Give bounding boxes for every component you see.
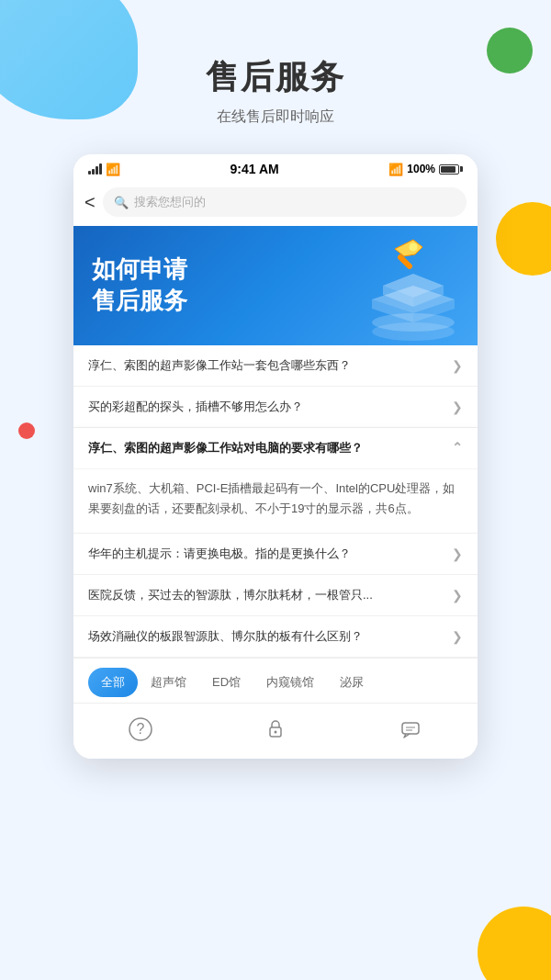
banner-text: 如何申请 售后服务 bbox=[92, 254, 187, 317]
faq-item-3[interactable]: 华年的主机提示：请更换电极。指的是更换什么？ ❯ bbox=[73, 534, 478, 575]
tab-ultrasound[interactable]: 超声馆 bbox=[138, 668, 199, 697]
tab-ed[interactable]: ED馆 bbox=[199, 668, 253, 697]
bg-decoration-dot bbox=[18, 422, 35, 439]
bg-decoration-br bbox=[478, 907, 551, 980]
battery-icon bbox=[439, 164, 463, 175]
status-left: 📶 bbox=[88, 163, 120, 176]
faq-item-1-text: 淳仁、索图的超声影像工作站一套包含哪些东西？ bbox=[88, 357, 444, 374]
banner-title-line2: 售后服务 bbox=[92, 286, 187, 317]
faq-item-4[interactable]: 医院反馈，买过去的智源肽，博尔肽耗材，一根管只... ❯ bbox=[73, 575, 478, 616]
tab-urology[interactable]: 泌尿 bbox=[327, 668, 377, 697]
faq-expanded-answer: win7系统、大机箱、PCI-E插槽最起码有一个、Intel的CPU处理器，如果… bbox=[73, 469, 478, 532]
bottom-nav: ? bbox=[73, 703, 478, 759]
banner-decoration bbox=[363, 235, 464, 345]
search-placeholder: 搜索您想问的 bbox=[134, 194, 206, 210]
tabs-scroll: 全部 超声馆 ED馆 内窥镜馆 泌尿 bbox=[73, 668, 478, 697]
faq-item-3-text: 华年的主机提示：请更换电极。指的是更换什么？ bbox=[88, 546, 444, 562]
chevron-up-icon: ⌃ bbox=[452, 440, 463, 455]
faq-item-2-text: 买的彩超配的探头，插槽不够用怎么办？ bbox=[88, 399, 444, 415]
back-button[interactable]: < bbox=[84, 192, 96, 213]
page-header: 售后服务 在线售后即时响应 bbox=[0, 0, 551, 154]
svg-rect-14 bbox=[402, 723, 419, 734]
category-tabs: 全部 超声馆 ED馆 内窥镜馆 泌尿 bbox=[73, 658, 478, 703]
faq-chevron-3: ❯ bbox=[452, 546, 463, 561]
tab-endoscope[interactable]: 内窥镜馆 bbox=[253, 668, 327, 697]
faq-chevron-4: ❯ bbox=[452, 588, 463, 603]
nav-security[interactable] bbox=[259, 713, 292, 746]
page-subtitle: 在线售后即时响应 bbox=[0, 107, 551, 127]
faq-chevron-5: ❯ bbox=[452, 629, 463, 644]
status-bar: 📶 9:41 AM 📶 100% bbox=[73, 154, 478, 182]
faq-item-1[interactable]: 淳仁、索图的超声影像工作站一套包含哪些东西？ ❯ bbox=[73, 345, 478, 387]
svg-point-9 bbox=[409, 242, 418, 252]
help-icon: ? bbox=[124, 713, 157, 746]
page-title: 售后服务 bbox=[0, 55, 551, 100]
faq-item-5-text: 场效消融仪的板跟智源肽、博尔肽的板有什么区别？ bbox=[88, 628, 444, 645]
faq-item-4-text: 医院反馈，买过去的智源肽，博尔肽耗材，一根管只... bbox=[88, 587, 444, 603]
bg-decoration-right bbox=[496, 202, 551, 276]
signal-bar-1 bbox=[88, 171, 91, 175]
tab-all[interactable]: 全部 bbox=[88, 668, 138, 697]
signal-bar-3 bbox=[96, 166, 98, 175]
status-right: 📶 100% bbox=[388, 163, 463, 176]
faq-list-below: 华年的主机提示：请更换电极。指的是更换什么？ ❯ 医院反馈，买过去的智源肽，博尔… bbox=[73, 534, 478, 659]
search-input[interactable]: 🔍 搜索您想问的 bbox=[103, 187, 467, 217]
faq-expanded-header: 淳仁、索图的超声影像工作站对电脑的要求有哪些？ ⌃ bbox=[73, 428, 478, 469]
signal-icon bbox=[88, 163, 102, 175]
phone-mockup: 📶 9:41 AM 📶 100% < 🔍 搜索您想问的 如何申请 售后服务 bbox=[73, 154, 478, 759]
faq-item-2[interactable]: 买的彩超配的探头，插槽不够用怎么办？ ❯ bbox=[73, 387, 478, 428]
signal-bar-2 bbox=[92, 169, 95, 175]
faq-expanded-question: 淳仁、索图的超声影像工作站对电脑的要求有哪些？ bbox=[88, 440, 363, 456]
faq-expanded-item[interactable]: 淳仁、索图的超声影像工作站对电脑的要求有哪些？ ⌃ win7系统、大机箱、PCI… bbox=[73, 428, 478, 533]
nav-chat[interactable] bbox=[394, 713, 427, 746]
bluetooth-icon: 📶 bbox=[388, 163, 403, 176]
banner-title-line1: 如何申请 bbox=[92, 254, 187, 286]
wifi-icon: 📶 bbox=[106, 163, 120, 176]
chat-icon bbox=[394, 713, 427, 746]
nav-help[interactable]: ? bbox=[124, 713, 157, 746]
faq-chevron-1: ❯ bbox=[452, 358, 463, 373]
search-bar-row: < 🔍 搜索您想问的 bbox=[73, 182, 478, 226]
svg-text:?: ? bbox=[137, 721, 145, 737]
signal-bar-4 bbox=[99, 163, 102, 175]
battery-percent: 100% bbox=[407, 163, 435, 175]
status-time: 9:41 AM bbox=[231, 162, 279, 176]
faq-chevron-2: ❯ bbox=[452, 400, 463, 414]
faq-item-5[interactable]: 场效消融仪的板跟智源肽、博尔肽的板有什么区别？ ❯ bbox=[73, 616, 478, 658]
search-icon: 🔍 bbox=[114, 196, 129, 209]
banner: 如何申请 售后服务 bbox=[73, 226, 478, 345]
security-icon bbox=[259, 713, 292, 746]
faq-list-above: 淳仁、索图的超声影像工作站一套包含哪些东西？ ❯ 买的彩超配的探头，插槽不够用怎… bbox=[73, 345, 478, 428]
svg-point-13 bbox=[274, 731, 276, 734]
